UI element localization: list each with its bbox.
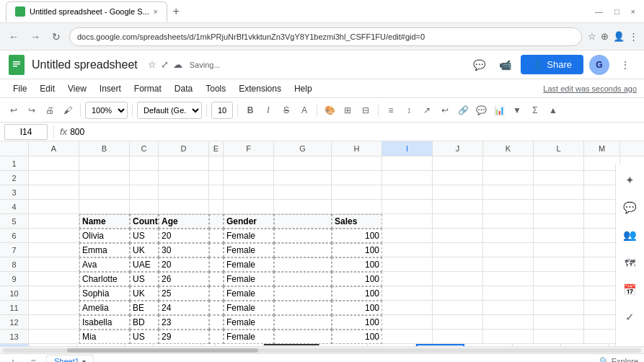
last-edit-status[interactable]: Last edit was seconds ago [543,84,637,93]
cell-I9[interactable] [382,272,433,286]
cell-I8[interactable] [382,257,433,272]
cell-G14[interactable]: 800 [264,344,319,346]
cell-K14[interactable] [513,344,561,346]
cell-L12[interactable] [534,315,584,330]
merge-cells-button[interactable]: ⊟ [358,102,374,119]
cell-D8[interactable]: 20 [159,257,209,272]
cell-H2[interactable] [332,171,382,185]
cell-G7[interactable] [274,243,332,257]
cell-E1[interactable] [209,156,224,171]
cell-C14[interactable] [125,344,153,346]
sidebar-chat-icon[interactable]: 💬 [620,198,640,218]
cell-A10[interactable] [29,286,79,301]
cell-F4[interactable] [224,200,274,214]
cell-L6[interactable] [534,229,584,243]
row-header-12[interactable]: 12 [0,315,29,330]
cell-I2[interactable] [382,171,433,185]
cell-F2[interactable] [224,171,274,185]
link-button[interactable]: 🔗 [455,102,471,119]
italic-button[interactable]: I [260,102,276,119]
valign-button[interactable]: ↕ [401,102,417,119]
sidebar-maps-icon[interactable]: 🗺 [620,252,640,273]
cell-J5[interactable] [433,214,483,229]
cell-I7[interactable] [382,243,433,257]
cell-G12[interactable] [274,315,332,330]
cell-J1[interactable] [433,156,483,171]
cell-C6[interactable]: US [130,229,159,243]
strikethrough-button[interactable]: S [278,102,294,119]
cell-F5[interactable]: Gender [224,214,274,229]
cell-H4[interactable] [332,200,382,214]
align-button[interactable]: ≡ [383,102,399,119]
menu-data[interactable]: Data [169,82,198,95]
row-header-13[interactable]: 13 [0,330,29,344]
cell-H14b[interactable]: 800 [368,344,416,346]
col-header-A[interactable]: A [29,141,79,156]
cell-J3[interactable] [433,185,483,200]
wrap-button[interactable]: ↩ [437,102,453,119]
cell-C2[interactable] [130,171,159,185]
print-button[interactable]: 🖨 [42,102,58,119]
cell-A8[interactable] [29,257,79,272]
chart-button[interactable]: 📊 [491,102,507,119]
cell-G10[interactable] [274,286,332,301]
cell-A1[interactable] [29,156,79,171]
cell-C7[interactable]: UK [130,243,159,257]
font-color-button[interactable]: A [296,102,312,119]
cell-F12[interactable]: Female [224,315,274,330]
cell-E2[interactable] [209,171,224,185]
cell-E12[interactable] [209,315,224,330]
cell-H12[interactable]: 100 [332,315,382,330]
menu-edit[interactable]: Edit [34,82,61,95]
paint-format-button[interactable]: 🖌 [60,102,76,119]
cell-H7[interactable]: 100 [332,243,382,257]
row-header-9[interactable]: 9 [0,272,29,286]
cell-L3[interactable] [534,185,584,200]
row-header-5[interactable]: 5 [0,214,29,229]
cell-I1[interactable] [382,156,433,171]
cell-B9[interactable]: Charlotte [79,272,130,286]
add-sheet-button[interactable]: + [6,355,20,363]
text-rotation-button[interactable]: ↗ [419,102,435,119]
doc-title[interactable]: Untitled spreadsheet [32,58,138,71]
cell-F6[interactable]: Female [224,229,274,243]
redo-button[interactable]: ↪ [24,102,40,119]
cell-E9[interactable] [209,272,224,286]
cloud-icon[interactable]: ☁ [173,59,182,70]
cell-J7[interactable] [433,243,483,257]
cell-L9[interactable] [534,272,584,286]
comment-button[interactable]: 💬 [473,102,489,119]
cell-A5[interactable] [29,214,79,229]
cell-D13[interactable]: 29 [159,330,209,344]
cell-K12[interactable] [483,315,534,330]
bold-button[interactable]: B [242,102,258,119]
row-header-7[interactable]: 7 [0,243,29,257]
cell-G1[interactable] [274,156,332,171]
cell-G2[interactable] [274,171,332,185]
menu-format[interactable]: Format [128,82,167,95]
tab-close-btn[interactable]: × [154,8,158,16]
cell-H11[interactable]: 100 [332,301,382,315]
cell-D6[interactable]: 20 [159,229,209,243]
cell-C3[interactable] [130,185,159,200]
cell-D12[interactable]: 23 [159,315,209,330]
cell-F1[interactable] [224,156,274,171]
cell-G5[interactable] [274,214,332,229]
close-button[interactable]: × [628,6,638,17]
col-header-E[interactable]: E [209,141,224,156]
maximize-button[interactable]: □ [612,6,622,17]
cell-L5[interactable] [534,214,584,229]
sheet-chevron-icon[interactable]: ▾ [82,358,86,363]
borders-button[interactable]: ⊞ [340,102,356,119]
cell-A9[interactable] [29,272,79,286]
cell-J13[interactable] [433,330,483,344]
col-header-K[interactable]: K [483,141,534,156]
cell-K11[interactable] [483,301,534,315]
row-header-4[interactable]: 4 [0,200,29,214]
cell-B12[interactable]: Isabella [79,315,130,330]
cell-H1[interactable] [332,156,382,171]
col-header-C[interactable]: C [130,141,159,156]
cell-J10[interactable] [433,286,483,301]
cell-D4[interactable] [159,200,209,214]
menu-extensions[interactable]: Extensions [233,82,287,95]
